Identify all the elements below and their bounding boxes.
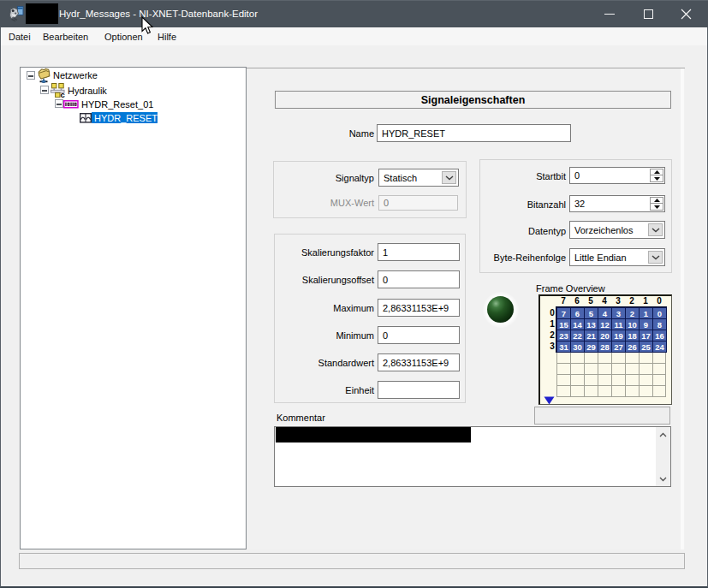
svg-text:c: c [61,90,65,98]
